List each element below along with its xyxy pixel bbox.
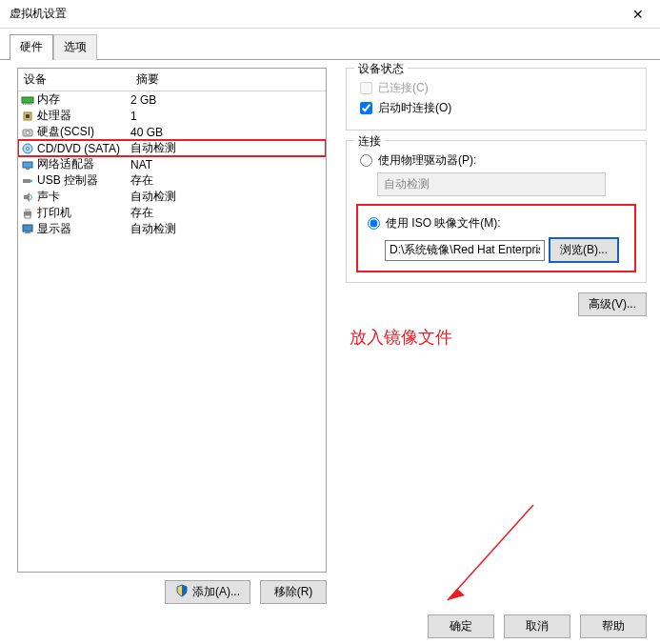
svg-rect-3	[27, 103, 28, 105]
hardware-row[interactable]: USB 控制器存在	[18, 172, 326, 189]
shield-icon	[175, 584, 189, 600]
annotation-text: 放入镜像文件	[350, 326, 647, 349]
label-physical-drive: 使用物理驱动器(P):	[378, 152, 476, 169]
sound-icon	[20, 191, 35, 204]
hdr-summary: 摘要	[130, 69, 326, 91]
hardware-row[interactable]: 声卡自动检测	[18, 189, 326, 205]
device-summary: 自动检测	[130, 189, 176, 205]
svg-rect-20	[26, 231, 30, 232]
group-label-connection: 连接	[354, 133, 385, 150]
hardware-row[interactable]: 处理器1	[18, 108, 326, 124]
printer-icon	[20, 207, 35, 220]
titlebar: 虚拟机设置 ✕	[0, 0, 660, 29]
usb-icon	[20, 174, 35, 188]
svg-rect-18	[25, 215, 30, 218]
hardware-row[interactable]: 内存2 GB	[18, 91, 326, 108]
radio-physical-drive[interactable]	[360, 154, 372, 167]
svg-rect-2	[25, 103, 26, 105]
select-physical-drive: 自动检测	[377, 172, 606, 196]
svg-rect-14	[23, 179, 30, 183]
remove-button[interactable]: 移除(R)	[260, 580, 327, 604]
device-summary: 自动检测	[130, 221, 176, 237]
cpu-icon	[20, 110, 35, 123]
hardware-row[interactable]: CD/DVD (SATA)自动检测	[18, 140, 326, 156]
device-name: CD/DVD (SATA)	[37, 142, 130, 155]
device-name: 硬盘(SCSI)	[37, 124, 130, 140]
device-summary: 40 GB	[130, 126, 163, 139]
svg-rect-17	[25, 209, 30, 211]
svg-rect-5	[30, 103, 31, 105]
radio-use-iso[interactable]	[368, 217, 380, 230]
svg-rect-4	[29, 103, 30, 105]
window-title: 虚拟机设置	[10, 6, 67, 22]
display-icon	[20, 223, 35, 236]
device-summary: 2 GB	[130, 93, 156, 107]
help-button[interactable]: 帮助	[580, 614, 647, 638]
hardware-row[interactable]: 网络适配器NAT	[18, 156, 326, 172]
hardware-row[interactable]: 显示器自动检测	[18, 221, 326, 237]
svg-rect-19	[23, 225, 32, 231]
device-summary: 存在	[130, 205, 153, 221]
tab-hardware[interactable]: 硬件	[10, 34, 53, 60]
iso-path-input[interactable]	[385, 240, 545, 261]
svg-rect-12	[23, 162, 32, 168]
device-summary: 自动检测	[130, 140, 176, 156]
hardware-table-header: 设备 摘要	[18, 69, 326, 91]
memory-icon	[20, 93, 35, 107]
hardware-row[interactable]: 打印机存在	[18, 205, 326, 221]
device-name: 声卡	[37, 189, 130, 205]
svg-point-9	[26, 131, 30, 134]
add-button[interactable]: 添加(A)...	[165, 580, 250, 604]
group-label-devstate: 设备状态	[354, 61, 408, 77]
browse-button[interactable]: 浏览(B)...	[549, 237, 619, 263]
advanced-button[interactable]: 高级(V)...	[578, 292, 647, 316]
dialog-footer: 确定 取消 帮助	[428, 614, 647, 638]
hardware-row[interactable]: 硬盘(SCSI)40 GB	[18, 124, 326, 140]
label-connect-poweron: 启动时连接(O)	[378, 100, 451, 116]
device-summary: 1	[130, 110, 137, 123]
device-name: 内存	[37, 91, 130, 108]
net-icon	[20, 158, 35, 171]
label-use-iso: 使用 ISO 映像文件(M):	[386, 215, 501, 231]
svg-rect-1	[23, 103, 24, 105]
svg-rect-15	[30, 180, 32, 182]
device-name: USB 控制器	[37, 172, 130, 189]
chevron-down-icon[interactable]: ⌄	[533, 245, 541, 255]
tab-options[interactable]: 选项	[53, 34, 97, 60]
group-device-state: 设备状态 已连接(C) 启动时连接(O)	[346, 68, 647, 131]
checkbox-connected	[360, 82, 372, 94]
label-connected: 已连接(C)	[378, 80, 429, 96]
ok-button[interactable]: 确定	[428, 614, 494, 638]
tabstrip: 硬件 选项	[0, 29, 660, 60]
iso-highlight-box: 使用 ISO 映像文件(M): ⌄ 浏览(B)...	[356, 204, 636, 272]
disk-icon	[20, 126, 35, 139]
device-summary: 存在	[130, 172, 153, 189]
checkbox-connect-poweron[interactable]	[360, 102, 372, 114]
svg-point-11	[27, 147, 30, 150]
device-name: 网络适配器	[37, 156, 130, 172]
cd-icon	[20, 142, 35, 155]
device-summary: NAT	[130, 158, 152, 171]
svg-rect-7	[26, 114, 30, 118]
close-icon[interactable]: ✕	[616, 0, 660, 29]
device-name: 处理器	[37, 108, 130, 124]
hardware-table-body: 内存2 GB处理器1硬盘(SCSI)40 GBCD/DVD (SATA)自动检测…	[18, 91, 326, 572]
svg-rect-13	[26, 168, 30, 170]
hardware-table: 设备 摘要 内存2 GB处理器1硬盘(SCSI)40 GBCD/DVD (SAT…	[17, 68, 327, 573]
svg-rect-21	[25, 232, 30, 233]
device-name: 显示器	[37, 221, 130, 237]
svg-rect-0	[22, 97, 33, 103]
cancel-button[interactable]: 取消	[504, 614, 570, 638]
device-name: 打印机	[37, 205, 130, 221]
group-connection: 连接 使用物理驱动器(P): 自动检测 使用 ISO 映像文件(M): ⌄ 浏览…	[346, 140, 647, 283]
hdr-device: 设备	[18, 69, 130, 91]
